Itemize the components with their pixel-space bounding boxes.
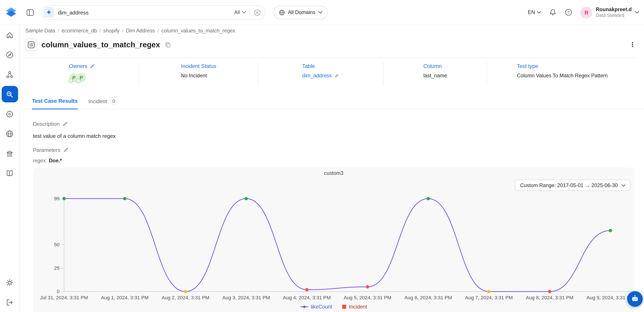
domains-label: All Domains	[288, 10, 315, 15]
divider	[250, 9, 250, 16]
page-title: column_values_to_match_regex	[42, 40, 160, 49]
notifications-bell-icon[interactable]	[549, 9, 557, 16]
breadcrumb-item-current: column_values_to_match_regex	[161, 28, 235, 34]
parameters-label: Parameters	[33, 147, 60, 153]
chevron-down-icon	[318, 11, 322, 14]
sidebar-collapse-icon[interactable]	[25, 7, 36, 18]
chat-assistant-button[interactable]	[627, 291, 643, 307]
search-scope-dropdown[interactable]: All	[234, 10, 246, 15]
sidebar-item-observability[interactable]	[0, 84, 20, 104]
date-range-label: Custom Range: 2017-05-01 → 2025-06-30	[520, 182, 618, 188]
breadcrumb-item[interactable]: shopify	[103, 28, 120, 34]
search-input[interactable]	[58, 9, 230, 15]
table-label: Table	[302, 63, 315, 69]
test-case-icon	[25, 39, 37, 51]
sidebar-item-govern[interactable]	[0, 143, 20, 163]
domains-dropdown[interactable]: All Domains	[274, 6, 328, 19]
svg-text:50: 50	[54, 242, 60, 247]
summary-incident-status: Incident Status No Incident	[139, 62, 258, 86]
test-type-label: Test type	[517, 63, 538, 69]
incident-status-label: Incident Status	[181, 63, 216, 69]
chevron-down-icon	[635, 11, 639, 14]
tab-bar: Test Case Results Incident 0	[25, 95, 644, 110]
svg-text:Aug 4, 2024, 3:31 PM: Aug 4, 2024, 3:31 PM	[283, 295, 331, 300]
user-role: Data Steward	[596, 13, 632, 18]
incident-count-badge: 0	[110, 97, 118, 105]
parameter-value: Doe.*	[49, 158, 62, 164]
summary-table: Table dim_address	[258, 62, 384, 86]
description-label: Description	[33, 121, 60, 127]
sidebar-item-domains[interactable]	[0, 124, 20, 143]
svg-text:?: ?	[568, 10, 570, 15]
svg-text:Aug 1, 2024, 3:31 PM: Aug 1, 2024, 3:31 PM	[101, 295, 148, 300]
clear-search-icon[interactable]	[254, 9, 261, 16]
tab-label: Incident	[88, 98, 107, 104]
breadcrumb-item[interactable]: ecommerce_db	[62, 28, 97, 34]
language-dropdown[interactable]: EN	[528, 10, 541, 15]
edit-parameters-icon[interactable]	[63, 147, 68, 152]
chart-title: custom3	[33, 167, 634, 176]
line-chart: 0255099Jul 31, 2024, 3:31 PMAug 1, 2024,…	[33, 192, 634, 302]
column-label: Column	[423, 63, 442, 69]
sidebar-item-settings[interactable]	[0, 272, 20, 292]
copy-icon[interactable]	[165, 42, 171, 48]
edit-owners-icon[interactable]	[90, 64, 95, 69]
search-scope-label: All	[234, 10, 240, 15]
svg-text:0: 0	[57, 289, 60, 294]
table-link[interactable]: dim_address	[302, 73, 340, 78]
sidebar-item-logout[interactable]	[0, 292, 20, 312]
legend-label: likeCount	[311, 304, 332, 309]
sidebar-item-glossary[interactable]	[0, 163, 20, 183]
ai-search-icon	[44, 7, 54, 18]
top-bar: All All Domains EN ?	[0, 0, 644, 25]
table-link-text: dim_address	[302, 73, 332, 78]
breadcrumb-item[interactable]: Sample Data	[26, 28, 55, 34]
language-label: EN	[528, 10, 535, 15]
globe-icon	[279, 9, 285, 15]
summary-test-type: Test type Column Values To Match Regex P…	[487, 62, 638, 86]
left-sidebar	[0, 25, 20, 312]
govern-bank-icon	[6, 149, 14, 157]
owner-avatar[interactable]: P	[76, 73, 86, 83]
sidebar-item-data-assets[interactable]	[0, 65, 20, 84]
parameter-key: regex:	[33, 158, 47, 164]
svg-text:Aug 5, 2024, 3:31 PM: Aug 5, 2024, 3:31 PM	[344, 295, 392, 300]
svg-text:Aug 6, 2024, 3:31 PM: Aug 6, 2024, 3:31 PM	[404, 295, 452, 300]
more-options-kebab-icon[interactable]: ⋮	[628, 41, 638, 49]
logo-icon	[4, 6, 18, 19]
breadcrumb: Sample Data/ ecommerce_db/ shopify/ Dim …	[20, 25, 644, 34]
chevron-down-icon	[537, 11, 541, 14]
openmetadata-logo[interactable]	[4, 5, 18, 19]
sidebar-item-explore[interactable]	[0, 45, 20, 65]
svg-text:Aug 8, 2024, 3:31 PM: Aug 8, 2024, 3:31 PM	[526, 295, 574, 300]
owners-label: Owners	[69, 63, 87, 69]
owner-avatars: P P	[69, 73, 86, 83]
chart-legend: likeCount Incident	[33, 304, 634, 309]
description-text: test value of a column match regex	[33, 133, 634, 139]
breadcrumb-item[interactable]: Dim Address	[126, 28, 155, 34]
edit-description-icon[interactable]	[62, 121, 68, 127]
chevron-down-icon	[622, 184, 626, 187]
logout-icon	[6, 298, 14, 306]
topbar-right: EN ? R Rounakpreet.d Data Steward	[528, 6, 639, 18]
column-value: last_name	[423, 73, 447, 78]
domains-globe-icon	[6, 130, 14, 138]
legend-label: Incident	[349, 304, 367, 309]
active-nav-highlight	[2, 86, 18, 102]
breadcrumb-separator: /	[158, 28, 159, 34]
breadcrumb-separator: /	[122, 28, 124, 34]
external-link-icon	[334, 73, 339, 78]
help-icon[interactable]: ?	[565, 9, 572, 16]
sidebar-item-home[interactable]	[0, 25, 20, 45]
user-menu[interactable]: R Rounakpreet.d Data Steward	[580, 6, 639, 18]
tab-test-case-results[interactable]: Test Case Results	[32, 95, 78, 110]
network-icon	[6, 71, 14, 78]
global-search[interactable]: All	[41, 5, 266, 20]
legend-item-incident[interactable]: Incident	[342, 304, 367, 309]
tab-incident[interactable]: Incident 0	[88, 95, 118, 109]
sidebar-item-incident-manager[interactable]	[0, 104, 20, 124]
date-range-dropdown[interactable]: Custom Range: 2017-05-01 → 2025-06-30	[515, 180, 630, 191]
svg-text:Jul 31, 2024, 3:31 PM: Jul 31, 2024, 3:31 PM	[40, 295, 88, 300]
tab-content: Description test value of a column match…	[20, 109, 644, 312]
legend-item-likecount[interactable]: likeCount	[300, 304, 332, 309]
